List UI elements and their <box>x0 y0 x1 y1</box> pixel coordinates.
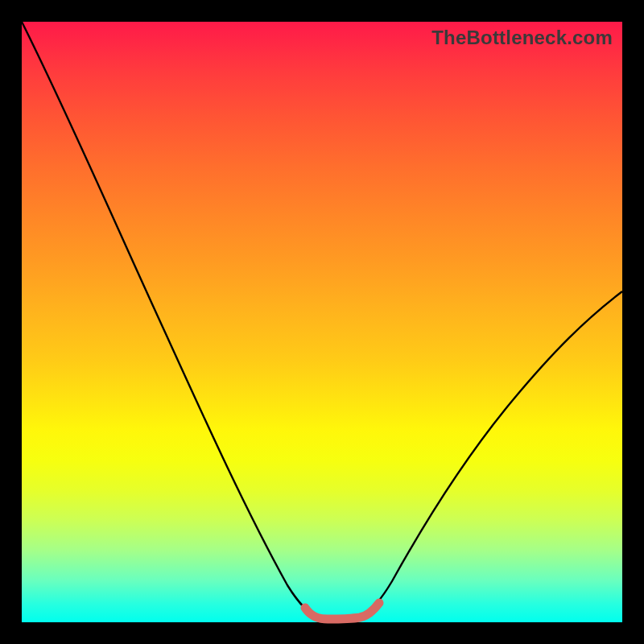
plot-area: TheBottleneck.com <box>22 22 622 622</box>
highlight-band <box>305 603 379 619</box>
chart-svg <box>22 22 622 622</box>
outer-frame: TheBottleneck.com <box>0 0 644 644</box>
bottleneck-curve <box>22 22 622 619</box>
